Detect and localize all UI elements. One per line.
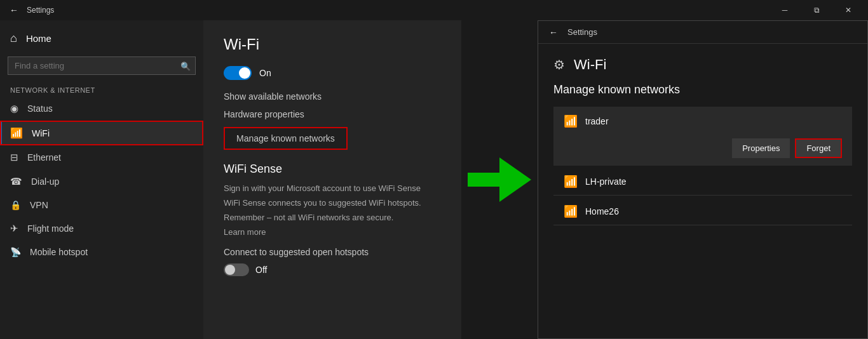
learn-more-link[interactable]: Learn more bbox=[224, 227, 441, 237]
sidebar-item-label: WiFi bbox=[32, 128, 50, 138]
network-row-trader[interactable]: 📶 trader bbox=[553, 107, 852, 136]
wifi-signal-icon: 📶 bbox=[564, 175, 578, 189]
network-row-lhprivate[interactable]: 📶 LH-private bbox=[553, 168, 852, 195]
restore-button[interactable]: ⧉ bbox=[802, 0, 831, 20]
toggle-small-knob bbox=[225, 265, 235, 275]
sidebar-item-label: Flight mode bbox=[27, 223, 74, 234]
sidebar-item-label: Mobile hotspot bbox=[30, 247, 88, 257]
status-icon bbox=[10, 103, 18, 114]
network-name-home26: Home26 bbox=[585, 206, 619, 216]
sidebar-item-vpn[interactable]: 🔒 VPN bbox=[0, 194, 203, 216]
wifi-toggle-label: On bbox=[259, 68, 271, 78]
vpn-icon: 🔒 bbox=[10, 200, 21, 210]
network-item-trader: 📶 trader Properties Forget bbox=[553, 107, 852, 166]
sidebar-home-label: Home bbox=[26, 33, 51, 44]
hotspot-toggle[interactable] bbox=[224, 263, 249, 276]
sidebar: Home 🔍 Network & Internet Status 📶 WiFi … bbox=[0, 20, 203, 339]
title-bar: ← Settings ─ ⧉ ✕ bbox=[0, 0, 868, 20]
ethernet-icon: ⊟ bbox=[10, 152, 18, 163]
rp-back-button[interactable]: ← bbox=[543, 22, 564, 43]
hotspot-icon: 📡 bbox=[10, 247, 21, 257]
network-row-home26[interactable]: 📶 Home26 bbox=[553, 198, 852, 225]
forget-button[interactable]: Forget bbox=[795, 138, 842, 158]
toggle-knob bbox=[239, 67, 250, 79]
sidebar-item-label: Dial-up bbox=[31, 176, 59, 187]
network-name-lhprivate: LH-private bbox=[585, 176, 627, 187]
wifi-toggle[interactable] bbox=[224, 66, 252, 80]
gear-icon: ⚙ bbox=[553, 57, 565, 72]
network-name-trader: trader bbox=[585, 116, 609, 126]
sidebar-item-dialup[interactable]: ☎ Dial-up bbox=[0, 170, 203, 194]
sidebar-item-label: VPN bbox=[30, 200, 48, 210]
sidebar-item-label: Ethernet bbox=[27, 152, 61, 163]
connect-hotspot-label: Connect to suggested open hotspots bbox=[224, 247, 441, 257]
right-panel-titlebar: ← Settings bbox=[538, 21, 867, 44]
right-panel: ← Settings ⚙ Wi-Fi Manage known networks… bbox=[538, 20, 868, 339]
flight-icon: ✈ bbox=[10, 223, 18, 234]
wifi-sense-title: WiFi Sense bbox=[224, 163, 441, 176]
wifi-icon: 📶 bbox=[10, 127, 23, 139]
close-button[interactable]: ✕ bbox=[834, 0, 863, 20]
search-icon: 🔍 bbox=[180, 61, 191, 70]
title-bar-title: Settings bbox=[27, 6, 54, 15]
arrow-shaft bbox=[468, 173, 499, 187]
wifi-sense-desc1: Sign in with your Microsoft account to u… bbox=[224, 183, 441, 193]
show-networks-link[interactable]: Show available networks bbox=[224, 91, 441, 102]
sidebar-item-wifi[interactable]: 📶 WiFi bbox=[0, 121, 203, 145]
manage-networks-button[interactable]: Manage known networks bbox=[224, 127, 348, 150]
content-area: Wi-Fi On Show available networks Hardwar… bbox=[203, 20, 461, 339]
arrow-area bbox=[461, 20, 538, 339]
green-arrow-graphic bbox=[468, 157, 531, 202]
search-input[interactable] bbox=[8, 56, 196, 75]
page-title: Wi-Fi bbox=[224, 36, 441, 53]
sidebar-item-ethernet[interactable]: ⊟ Ethernet bbox=[0, 145, 203, 170]
hotspot-toggle-row: Off bbox=[224, 263, 441, 276]
wifi-sense-desc3: Remember – not all WiFi networks are sec… bbox=[224, 213, 441, 222]
sidebar-item-status[interactable]: Status bbox=[0, 96, 203, 121]
sidebar-section-title: Network & Internet bbox=[0, 80, 203, 96]
network-item-lhprivate: 📶 LH-private bbox=[553, 168, 852, 196]
sidebar-item-flight[interactable]: ✈ Flight mode bbox=[0, 216, 203, 241]
right-panel-content: ⚙ Wi-Fi Manage known networks 📶 trader P… bbox=[538, 44, 867, 338]
properties-button[interactable]: Properties bbox=[732, 138, 790, 158]
rp-header: ⚙ Wi-Fi bbox=[553, 56, 852, 73]
wifi-toggle-row: On bbox=[224, 66, 441, 80]
wifi-sense-desc2: WiFi Sense connects you to suggested WiF… bbox=[224, 198, 441, 208]
sidebar-item-hotspot[interactable]: 📡 Mobile hotspot bbox=[0, 241, 203, 263]
network-item-home26: 📶 Home26 bbox=[553, 198, 852, 225]
sidebar-item-label: Status bbox=[27, 103, 53, 114]
sidebar-search: 🔍 bbox=[8, 56, 196, 75]
dialup-icon: ☎ bbox=[10, 176, 22, 187]
rp-section-title: Manage known networks bbox=[553, 83, 852, 96]
window-controls: ─ ⧉ ✕ bbox=[770, 0, 863, 20]
wifi-signal-icon: 📶 bbox=[564, 114, 578, 128]
main-layout: Home 🔍 Network & Internet Status 📶 WiFi … bbox=[0, 20, 868, 339]
hardware-properties-link[interactable]: Hardware properties bbox=[224, 109, 441, 119]
rp-header-title: Wi-Fi bbox=[574, 56, 606, 73]
arrow-head bbox=[499, 157, 531, 202]
network-actions-trader: Properties Forget bbox=[553, 136, 852, 166]
rp-title: Settings bbox=[567, 27, 597, 37]
minimize-button[interactable]: ─ bbox=[770, 0, 799, 20]
hotspot-toggle-label: Off bbox=[255, 265, 267, 275]
title-bar-back-button[interactable]: ← bbox=[5, 1, 23, 19]
home-icon bbox=[10, 32, 17, 45]
wifi-signal-icon: 📶 bbox=[564, 204, 578, 218]
sidebar-home[interactable]: Home bbox=[0, 25, 203, 51]
